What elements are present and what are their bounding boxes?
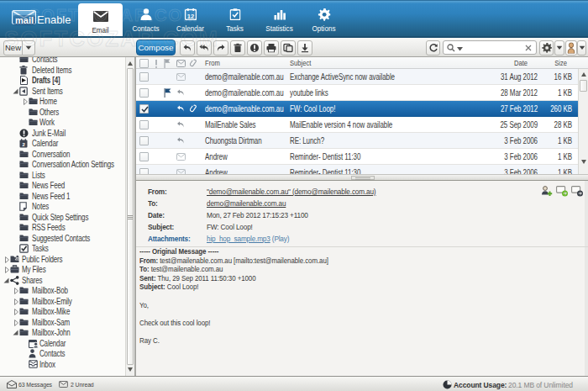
svg-text:12: 12 <box>186 13 193 20</box>
